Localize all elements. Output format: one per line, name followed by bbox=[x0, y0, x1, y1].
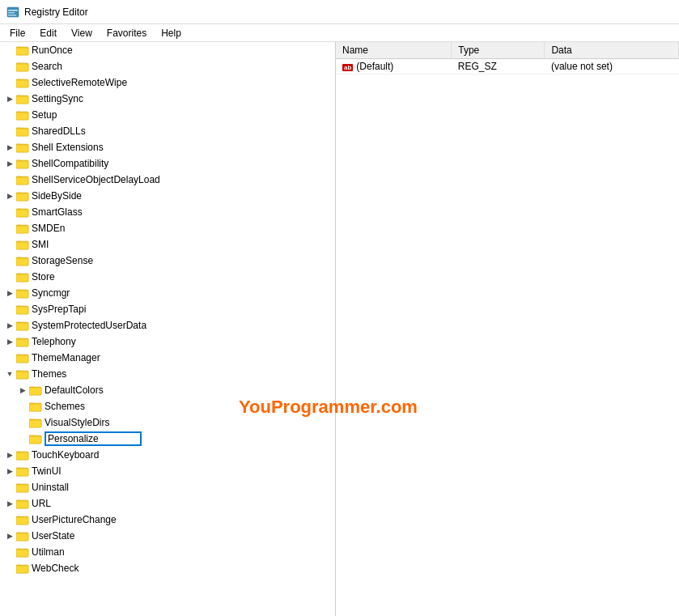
col-type: Type bbox=[452, 42, 545, 59]
menu-view[interactable]: View bbox=[65, 26, 99, 40]
right-panel: Name Type Data ab(Default)REG_SZ(value n… bbox=[336, 42, 679, 616]
tree-item-label-smden: SMDEn bbox=[32, 223, 65, 234]
registry-type: REG_SZ bbox=[452, 59, 545, 74]
tree-item-uninstall[interactable]: Uninstall bbox=[0, 479, 333, 495]
tree-item-label-twinui: TwinUI bbox=[32, 465, 62, 477]
expand-btn-defaultcolors[interactable]: ▶ bbox=[16, 384, 29, 397]
folder-icon-defaultcolors bbox=[29, 384, 42, 396]
folder-icon-shareddlls bbox=[16, 125, 29, 137]
expand-btn-systemprotecteduserdata[interactable]: ▶ bbox=[3, 319, 16, 332]
tree-item-systemprotecteduserdata[interactable]: ▶ SystemProtectedUserData bbox=[0, 317, 333, 333]
tree-item-label-shellserviceobjectdelayload: ShellServiceObjectDelayLoad bbox=[32, 174, 160, 185]
tree-item-visualstyledirs[interactable]: VisualStyleDirs bbox=[0, 414, 333, 431]
svg-rect-21 bbox=[16, 129, 28, 136]
folder-icon-settingsync bbox=[16, 93, 29, 104]
svg-rect-42 bbox=[16, 242, 28, 249]
tree-item-thememanager[interactable]: ThemeManager bbox=[0, 350, 333, 366]
tree-item-edit-personalize[interactable] bbox=[45, 431, 142, 446]
tree-item-setup[interactable]: Setup bbox=[0, 107, 333, 123]
expand-btn-sidebyside[interactable]: ▶ bbox=[3, 189, 16, 202]
svg-rect-48 bbox=[16, 274, 28, 282]
tree-item-webcheck[interactable]: WebCheck bbox=[0, 560, 333, 576]
tree-item-label-runonce: RunOnce bbox=[32, 45, 73, 56]
svg-rect-39 bbox=[16, 226, 28, 233]
tree-item-shareddlls[interactable]: SharedDLLs bbox=[0, 123, 333, 139]
svg-rect-9 bbox=[16, 64, 28, 71]
expand-btn-shellcompatibility[interactable]: ▶ bbox=[3, 157, 16, 170]
tree-item-personalize[interactable] bbox=[0, 431, 333, 447]
menu-edit[interactable]: Edit bbox=[33, 26, 63, 40]
svg-rect-66 bbox=[16, 372, 28, 379]
expand-btn-settingsync[interactable]: ▶ bbox=[3, 92, 16, 105]
expand-btn-telephony[interactable]: ▶ bbox=[3, 335, 16, 348]
expand-btn-syncmgr[interactable]: ▶ bbox=[3, 287, 16, 300]
svg-rect-72 bbox=[29, 404, 41, 411]
tree-item-store[interactable]: Store bbox=[0, 269, 333, 285]
menu-favorites[interactable]: Favorites bbox=[100, 26, 153, 40]
svg-rect-69 bbox=[29, 388, 41, 395]
menu-help[interactable]: Help bbox=[155, 26, 188, 40]
tree-item-sidebyside[interactable]: ▶ SideBySide bbox=[0, 188, 333, 204]
folder-icon-thememanager bbox=[16, 352, 29, 363]
folder-icon-syspreptapi bbox=[16, 304, 29, 315]
folder-icon-sidebyside bbox=[16, 190, 29, 202]
tree-item-label-uninstall: Uninstall bbox=[32, 482, 69, 493]
tree-item-smden[interactable]: SMDEn bbox=[0, 220, 333, 236]
tree-item-shellextensions[interactable]: ▶ Shell Extensions bbox=[0, 139, 333, 155]
tree-item-search[interactable]: Search bbox=[0, 58, 333, 74]
tree-item-themes[interactable]: ▼ Themes bbox=[0, 366, 333, 382]
tree-item-label-search: Search bbox=[32, 61, 62, 72]
folder-icon-smartglass bbox=[16, 206, 29, 218]
tree-item-twinui[interactable]: ▶ TwinUI bbox=[0, 463, 333, 479]
app-icon bbox=[6, 6, 19, 19]
tree-item-telephony[interactable]: ▶ Telephony bbox=[0, 333, 333, 350]
tree-content[interactable]: RunOnce Search SelectiveRemoteWipe▶ Sett… bbox=[0, 42, 335, 616]
tree-item-schemes[interactable]: Schemes bbox=[0, 398, 333, 414]
tree-item-selectiveremotewipe[interactable]: SelectiveRemoteWipe bbox=[0, 74, 333, 91]
expand-btn-themes[interactable]: ▼ bbox=[3, 367, 16, 380]
svg-rect-3 bbox=[8, 15, 16, 16]
tree-item-touchkeyboard[interactable]: ▶ TouchKeyboard bbox=[0, 447, 333, 463]
tree-item-defaultcolors[interactable]: ▶ DefaultColors bbox=[0, 382, 333, 398]
title-bar: Registry Editor bbox=[0, 0, 679, 24]
tree-item-label-userstate: UserState bbox=[32, 530, 74, 542]
tree-item-userpicturechange[interactable]: UserPictureChange bbox=[0, 512, 333, 528]
folder-icon-telephony bbox=[16, 336, 29, 347]
folder-icon-userstate bbox=[16, 530, 29, 542]
tree-item-syncmgr[interactable]: ▶ Syncmgr bbox=[0, 285, 333, 301]
svg-rect-84 bbox=[16, 469, 28, 476]
expand-btn-userstate[interactable]: ▶ bbox=[3, 529, 16, 542]
col-name: Name bbox=[336, 42, 452, 59]
expand-btn-touchkeyboard[interactable]: ▶ bbox=[3, 448, 16, 461]
tree-item-smi[interactable]: SMI bbox=[0, 236, 333, 253]
folder-icon-syncmgr bbox=[16, 287, 29, 299]
tree-item-label-defaultcolors: DefaultColors bbox=[45, 384, 104, 396]
expand-btn-url[interactable]: ▶ bbox=[3, 497, 16, 510]
svg-rect-78 bbox=[29, 436, 41, 444]
tree-item-label-smi: SMI bbox=[32, 239, 49, 250]
registry-name: ab(Default) bbox=[336, 59, 452, 74]
tree-item-shellcompatibility[interactable]: ▶ ShellCompatibility bbox=[0, 155, 333, 172]
tree-item-label-themes: Themes bbox=[32, 368, 66, 380]
tree-item-utilman[interactable]: Utilman bbox=[0, 544, 333, 560]
tree-item-runonce[interactable]: RunOnce bbox=[0, 42, 333, 58]
menu-file[interactable]: File bbox=[3, 26, 32, 40]
tree-item-url[interactable]: ▶ URL bbox=[0, 495, 333, 512]
expand-btn-twinui[interactable]: ▶ bbox=[3, 465, 16, 478]
col-data: Data bbox=[545, 42, 679, 59]
tree-item-label-touchkeyboard: TouchKeyboard bbox=[32, 449, 99, 461]
expand-btn-shellextensions[interactable]: ▶ bbox=[3, 141, 16, 154]
svg-rect-75 bbox=[29, 420, 41, 427]
table-row[interactable]: ab(Default)REG_SZ(value not set) bbox=[336, 59, 679, 74]
tree-item-smartglass[interactable]: SmartGlass bbox=[0, 204, 333, 220]
svg-rect-102 bbox=[16, 566, 28, 573]
ab-icon: ab bbox=[342, 64, 353, 71]
registry-data: (value not set) bbox=[545, 59, 679, 74]
folder-icon-personalize bbox=[29, 433, 42, 444]
tree-panel: RunOnce Search SelectiveRemoteWipe▶ Sett… bbox=[0, 42, 336, 616]
tree-item-shellserviceobjectdelayload[interactable]: ShellServiceObjectDelayLoad bbox=[0, 172, 333, 188]
tree-item-settingsync[interactable]: ▶ SettingSync bbox=[0, 91, 333, 107]
tree-item-syspreptapi[interactable]: SysPrepTapi bbox=[0, 301, 333, 317]
tree-item-storagesense[interactable]: StorageSense bbox=[0, 253, 333, 269]
tree-item-userstate[interactable]: ▶ UserState bbox=[0, 528, 333, 544]
